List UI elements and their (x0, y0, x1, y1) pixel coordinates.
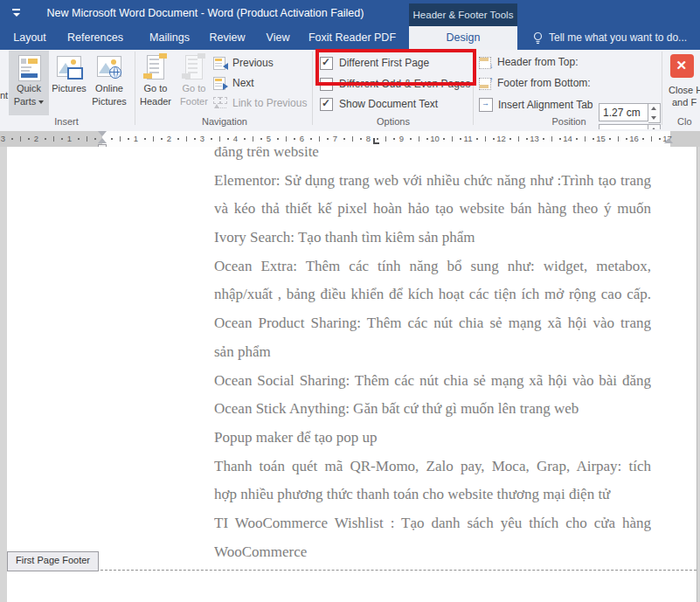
close-label-2: and F (672, 97, 697, 107)
doc-line: WooCommerce (214, 538, 651, 567)
tell-me-box[interactable]: Tell me what you want to do... (526, 26, 687, 50)
footer-from-bottom-row: ↑ Footer from Bottom: (479, 74, 591, 92)
close-header-footer-button[interactable]: Close H and F (666, 51, 700, 115)
next-button[interactable]: Next (213, 75, 254, 91)
doc-line: sản phẩm (214, 338, 651, 367)
next-label: Next (232, 77, 254, 89)
ribbon-tab-bar: Layout References Mailings Review View F… (0, 26, 700, 50)
doc-line: oPopup maker để tạo pop up (214, 424, 651, 453)
go-to-footer-button-disabled: Go to Footer (177, 51, 211, 115)
pictures-icon (55, 53, 83, 81)
document-body-text: đăng trên website oElementor: Sử dụng tr… (214, 147, 651, 566)
doc-line: oOcean Stick Anything: Găn bất cứ thứ gì… (214, 395, 651, 424)
doc-line: và kéo thả thiết kế pixel hoàn hảo tạo w… (214, 195, 651, 224)
tab-design-active[interactable]: Design (409, 26, 517, 50)
go-to-header-label-2: Header (138, 96, 173, 107)
lightbulb-icon (533, 31, 543, 45)
close-icon (670, 54, 694, 78)
window-title: New Microsoft Word Document - Word (Prod… (0, 0, 411, 26)
doc-line: hợp nhiều phương thức thanh toán cho web… (214, 481, 651, 509)
dropdown-caret-icon (38, 100, 44, 104)
insert-alignment-tab-button[interactable]: Insert Alignment Tab (479, 96, 593, 114)
quick-parts-button[interactable]: Quick Parts (9, 51, 49, 115)
header-from-top-label: Header from Top: (497, 56, 579, 68)
tab-review[interactable]: Review (206, 26, 248, 50)
doc-line: oThanh toán quét mã QR-Momo, Zalo pay, M… (214, 453, 651, 481)
group-label-insert: Insert (0, 116, 133, 128)
ribbon: nt Quick Parts Pictures Online Pictures … (0, 50, 700, 130)
clipped-button-text: nt (0, 90, 8, 100)
spin-up-icon[interactable] (651, 107, 656, 110)
footer-boundary-dashed-line (100, 570, 697, 571)
show-document-text-label: Show Document Text (339, 98, 438, 110)
close-label-1: Close H (669, 85, 700, 95)
first-line-indent-marker[interactable] (98, 131, 107, 136)
footer-from-bottom-label: Footer from Bottom: (497, 77, 591, 89)
online-pictures-icon (95, 53, 123, 81)
quick-parts-label-1: Quick (9, 83, 49, 94)
doc-line: oElementor: Sử dụng trang web với nhiều … (214, 167, 651, 196)
doc-line: oOcean Extra: Thêm các tính năng bổ sung… (214, 253, 651, 281)
online-pictures-label-1: Online (89, 83, 129, 94)
footer-from-bottom-icon: ↑ (479, 77, 492, 89)
quick-parts-icon (15, 53, 43, 81)
tab-layout[interactable]: Layout (7, 26, 52, 50)
previous-icon (213, 57, 227, 70)
doc-line: nhập/xuất , bảng điều khiển để kích hoạt… (214, 280, 651, 309)
group-label-navigation: Navigation (138, 116, 311, 128)
first-page-footer-tag: First Page Footer (7, 551, 99, 571)
next-icon (213, 77, 227, 90)
header-from-top-icon: ↓ (479, 56, 492, 68)
quick-parts-label-2: Parts (14, 96, 37, 107)
pictures-label: Pictures (51, 83, 87, 94)
header-from-top-row: ↓ Header from Top: (479, 53, 579, 71)
hanging-indent-marker[interactable] (98, 138, 107, 143)
doc-line: đăng trên website (214, 147, 651, 167)
group-label-options: Options (315, 116, 472, 128)
checkbox-icon[interactable] (320, 98, 333, 111)
link-to-previous-button-disabled: Link to Previous (213, 95, 307, 111)
highlight-box (315, 49, 476, 86)
online-pictures-label-2: Pictures (89, 96, 129, 107)
go-to-footer-icon (180, 53, 208, 81)
doc-line: oOcean Social Sharing: Thêm các nút chia… (214, 367, 651, 396)
go-to-footer-label-1: Go to (177, 83, 211, 94)
doc-line: oTI WooCommerce Wishlist : Tạo danh sách… (214, 509, 651, 538)
word-window: New Microsoft Word Document - Word (Prod… (0, 0, 700, 602)
online-pictures-button[interactable]: Online Pictures (89, 51, 129, 115)
previous-label: Previous (232, 57, 274, 69)
pictures-button[interactable]: Pictures (51, 51, 87, 115)
doc-line: oOcean Product Sharing: Thêm các nút chi… (214, 309, 651, 338)
title-bar: New Microsoft Word Document - Word (Prod… (0, 0, 700, 26)
contextual-tools-header: Header & Footer Tools (409, 3, 517, 26)
insert-alignment-tab-label: Insert Alignment Tab (498, 99, 593, 111)
doc-line: oIvory Search: Tạo thanh tìm kiêm sản ph… (214, 224, 651, 253)
tab-mailings[interactable]: Mailings (138, 26, 201, 50)
go-to-header-label-1: Go to (138, 83, 173, 94)
document-page[interactable]: đăng trên website oElementor: Sử dụng tr… (7, 147, 697, 602)
tell-me-label: Tell me what you want to do... (549, 26, 687, 50)
insert-alignment-tab-icon (479, 98, 493, 112)
group-label-close-clipped: Clo (677, 116, 700, 128)
go-to-header-button[interactable]: Go to Header (138, 51, 173, 115)
tab-references[interactable]: References (58, 26, 133, 50)
link-to-previous-icon (213, 97, 227, 110)
tab-view[interactable]: View (255, 26, 301, 50)
previous-button[interactable]: Previous (213, 55, 274, 71)
show-document-text-checkbox[interactable]: Show Document Text (320, 97, 438, 111)
tab-foxit-reader-pdf[interactable]: Foxit Reader PDF (304, 26, 400, 50)
right-indent-marker[interactable] (664, 138, 673, 143)
group-label-position: Position (476, 116, 662, 128)
go-to-footer-label-2: Footer (177, 96, 211, 107)
tab-stop-marker[interactable] (373, 138, 379, 144)
link-to-previous-label: Link to Previous (232, 97, 307, 109)
go-to-header-icon (142, 53, 170, 81)
